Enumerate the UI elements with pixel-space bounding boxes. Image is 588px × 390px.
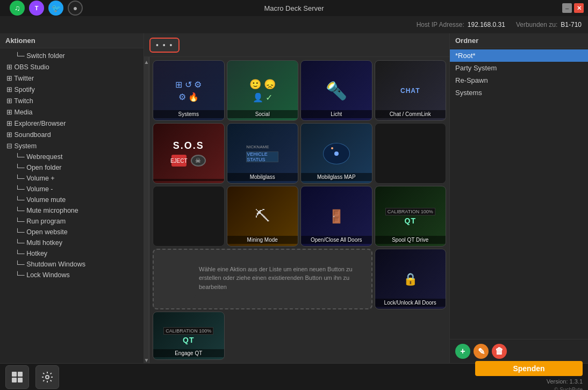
host-ip-info: Host IP Adresse: 192.168.0.31 bbox=[417, 21, 505, 28]
tree-item[interactable]: └─ Shutdown Windows bbox=[0, 259, 144, 270]
svg-rect-0 bbox=[12, 372, 17, 377]
folder-item[interactable]: *Root* bbox=[450, 49, 588, 62]
grid-button-sos[interactable]: S.O.S EJECT ☠ bbox=[153, 123, 225, 184]
grid-button-mobilglass-map[interactable]: Mobilglass MAP bbox=[300, 123, 372, 184]
aktionen-header: Aktionen bbox=[0, 33, 144, 48]
grid-button-chat[interactable]: CHAT Chat / CommLink bbox=[375, 60, 447, 121]
scroll-down-arrow[interactable]: ▼ bbox=[144, 357, 149, 363]
settings-button[interactable] bbox=[35, 365, 59, 389]
copyright-text: © SuchByte bbox=[554, 387, 583, 390]
svg-rect-3 bbox=[18, 378, 23, 382]
grid-button-systems[interactable]: ⊞ ↺ ⚙ ⚙ 🔥 Systems bbox=[153, 60, 225, 121]
tree-item[interactable]: └─ Webrequest bbox=[0, 151, 144, 162]
window-title: Macro Deck Server bbox=[264, 4, 324, 12]
more-options-button[interactable]: • • • bbox=[149, 38, 180, 53]
grid-view-button[interactable] bbox=[5, 365, 29, 389]
button-grid: ⊞ ↺ ⚙ ⚙ 🔥 Systems 🙂 😞 👤 ✓ Social bbox=[149, 57, 449, 363]
version-text: Version: 1.3.1 bbox=[547, 378, 583, 385]
window-controls: – ✕ bbox=[562, 3, 584, 13]
twitter-icon[interactable]: 🐦 bbox=[48, 1, 63, 16]
tree-item[interactable]: └─ Open website bbox=[0, 227, 144, 237]
scroll-up-arrow[interactable]: ▲ bbox=[144, 59, 149, 65]
tree-item[interactable]: └─ Mute microphone bbox=[0, 205, 144, 216]
folder-item[interactable]: Systems bbox=[450, 86, 588, 99]
grid-button-lock[interactable]: 🔒 Lock/Unlock All Doors bbox=[375, 249, 447, 309]
tree-item[interactable]: └─ Volume + bbox=[0, 173, 144, 184]
edit-folder-button[interactable]: ✎ bbox=[474, 344, 489, 359]
folder-item[interactable]: Party System bbox=[450, 62, 588, 74]
title-bar: ♫ T 🐦 ● Macro Deck Server – ✕ bbox=[0, 0, 588, 16]
center-panel: • • • ▲ ▼ ⊞ ↺ ⚙ ⚙ 🔥 Systems bbox=[144, 33, 449, 363]
tree-item[interactable]: ⊞ Explorer/Browser bbox=[0, 118, 144, 129]
svg-rect-2 bbox=[12, 378, 17, 382]
grid-button-empty1 bbox=[375, 123, 447, 184]
tree-item[interactable]: └─ Run program bbox=[0, 216, 144, 227]
bottom-icons bbox=[5, 365, 59, 389]
tree-item[interactable]: └─ Open folder bbox=[0, 162, 144, 173]
tree-item[interactable]: ⊟ System bbox=[0, 140, 144, 151]
right-bottom: Spenden Version: 1.3.1 © SuchByte bbox=[475, 361, 583, 390]
tree-item[interactable]: ⊞ Media bbox=[0, 106, 144, 118]
info-text: Wähle eine Aktion aus der Liste um einen… bbox=[199, 265, 367, 292]
app-icons-bar: ♫ T 🐦 ● bbox=[4, 1, 88, 16]
svg-rect-1 bbox=[18, 372, 23, 377]
add-folder-button[interactable]: + bbox=[455, 344, 470, 359]
tree-item[interactable]: └─ Lock Windows bbox=[0, 270, 144, 280]
grid-button-doors[interactable]: 🚪 Open/Close All Doors bbox=[300, 186, 372, 247]
tree-item[interactable]: ⊞ Soundboard bbox=[0, 129, 144, 140]
tree-item[interactable]: └─ Multi hotkey bbox=[0, 237, 144, 248]
scroll-indicator: ▲ ▼ bbox=[144, 57, 149, 363]
donate-button[interactable]: Spenden bbox=[475, 361, 583, 376]
grid-button-empty2 bbox=[153, 186, 225, 247]
tree-item[interactable]: ⊞ OBS Studio bbox=[0, 61, 144, 73]
grid-button-mobilglass[interactable]: NICKNAME VEHICLE STATUS Mobilglass bbox=[227, 123, 299, 184]
tree-item[interactable]: ⊞ Twitter bbox=[0, 73, 144, 84]
twitch-icon[interactable]: T bbox=[29, 1, 44, 16]
grid-button-spool[interactable]: CALIBRATION 100% QT Spool QT Drive bbox=[375, 186, 447, 247]
host-ip-value: 192.168.0.31 bbox=[468, 21, 505, 28]
obs-icon[interactable]: ● bbox=[68, 1, 83, 16]
close-button[interactable]: ✕ bbox=[574, 3, 584, 13]
grid-area: ▲ ▼ ⊞ ↺ ⚙ ⚙ 🔥 Systems bbox=[144, 57, 449, 363]
spotify-icon[interactable]: ♫ bbox=[10, 1, 25, 16]
grid-button-social[interactable]: 🙂 😞 👤 ✓ Social bbox=[227, 60, 299, 121]
tree-item[interactable]: └─ Volume - bbox=[0, 184, 144, 194]
tree-item[interactable]: ⊞ Twitch bbox=[0, 95, 144, 106]
folder-bar: • • • bbox=[144, 33, 449, 57]
folder-list: *Root*Party SystemRe-SpawnSystems bbox=[450, 48, 588, 339]
grid-button-placeholder: Wähle eine Aktion aus der Liste um einen… bbox=[153, 249, 372, 309]
left-panel: Aktionen └─ Switch folder⊞ OBS Studio⊞ T… bbox=[0, 33, 144, 363]
connected-info: Verbunden zu: B1-710 bbox=[516, 21, 582, 28]
folder-item[interactable]: Re-Spawn bbox=[450, 74, 588, 86]
host-ip-label: Host IP Adresse: bbox=[417, 21, 464, 28]
folder-actions: + ✎ 🗑 bbox=[450, 339, 588, 363]
right-panel: Ordner *Root*Party SystemRe-SpawnSystems… bbox=[449, 33, 588, 363]
svg-point-4 bbox=[46, 375, 49, 379]
tree-container: └─ Switch folder⊞ OBS Studio⊞ Twitter⊞ S… bbox=[0, 48, 144, 363]
bottom-bar: Spenden Version: 1.3.1 © SuchByte bbox=[0, 363, 588, 390]
tree-item[interactable]: └─ Volume mute bbox=[0, 194, 144, 205]
grid-button-licht[interactable]: 🔦 Licht bbox=[300, 60, 372, 121]
delete-folder-button[interactable]: 🗑 bbox=[492, 344, 507, 359]
ordner-header: Ordner bbox=[450, 33, 588, 48]
minimize-button[interactable]: – bbox=[562, 3, 572, 13]
tree-item[interactable]: ⊞ Spotify bbox=[0, 84, 144, 95]
connected-label: Verbunden zu: bbox=[516, 21, 557, 28]
grid-button-mining[interactable]: ⛏ Mining Mode bbox=[227, 186, 299, 247]
connected-value: B1-710 bbox=[561, 21, 582, 28]
grid-button-engage[interactable]: CALIBRATION 100% QT Engage QT bbox=[153, 312, 225, 360]
tree-item[interactable]: └─ Hotkey bbox=[0, 248, 144, 259]
tree-item[interactable]: └─ Switch folder bbox=[0, 50, 144, 61]
info-bar: Host IP Adresse: 192.168.0.31 Verbunden … bbox=[0, 16, 588, 33]
main-content: Aktionen └─ Switch folder⊞ OBS Studio⊞ T… bbox=[0, 33, 588, 363]
